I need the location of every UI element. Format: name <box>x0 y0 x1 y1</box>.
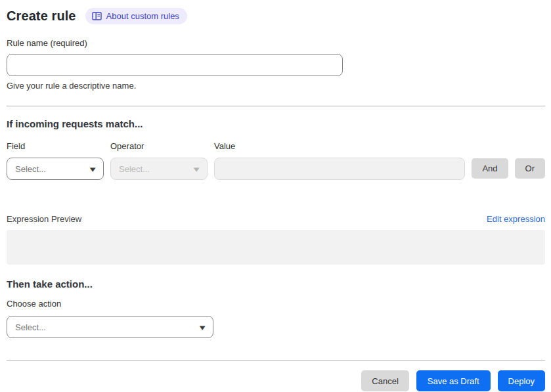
book-icon <box>92 12 102 20</box>
expression-preview-box <box>7 230 545 265</box>
operator-label: Operator <box>110 141 208 151</box>
match-section: If incoming requests match... Field Sele… <box>7 118 545 265</box>
value-label: Value <box>214 141 465 151</box>
rule-name-label: Rule name (required) <box>7 38 87 48</box>
deploy-button[interactable]: Deploy <box>498 370 545 391</box>
choose-action-select-value: Select... <box>15 322 46 332</box>
operator-select-value: Select... <box>119 164 150 174</box>
footer-actions: Cancel Save as Draft Deploy <box>7 370 545 391</box>
value-input[interactable] <box>214 158 465 180</box>
field-column: Field Select... ▾ <box>7 141 104 180</box>
page-title: Create rule <box>7 9 76 24</box>
action-section: Then take action... Choose action Select… <box>7 278 545 338</box>
choose-action-select[interactable]: Select... ▾ <box>7 316 213 338</box>
operator-column: Operator Select... ▾ <box>110 141 208 180</box>
match-section-heading: If incoming requests match... <box>7 118 545 129</box>
value-column: Value <box>214 141 465 180</box>
expression-preview-label: Expression Preview <box>7 214 81 224</box>
chevron-down-icon: ▾ <box>194 165 200 173</box>
and-button[interactable]: And <box>472 158 508 179</box>
rule-name-helper: Give your rule a descriptive name. <box>7 81 545 91</box>
choose-action-label: Choose action <box>7 299 545 309</box>
rule-name-input[interactable] <box>7 54 343 76</box>
footer-divider <box>7 360 545 360</box>
create-rule-page: Create rule About custom rules Rule name… <box>0 0 551 391</box>
cancel-button[interactable]: Cancel <box>361 370 408 391</box>
chevron-down-icon: ▾ <box>200 323 206 332</box>
condition-row: Field Select... ▾ Operator Select... ▾ V… <box>7 141 545 180</box>
save-as-draft-button[interactable]: Save as Draft <box>416 370 491 391</box>
about-badge-label: About custom rules <box>106 11 179 21</box>
rule-name-section: Rule name (required) Give your rule a de… <box>7 37 545 91</box>
or-button[interactable]: Or <box>515 158 545 179</box>
expression-header: Expression Preview Edit expression <box>7 214 545 224</box>
field-label: Field <box>7 141 104 151</box>
operator-select[interactable]: Select... ▾ <box>110 158 208 180</box>
field-select-value: Select... <box>15 164 46 174</box>
section-divider <box>7 106 545 106</box>
about-custom-rules-badge[interactable]: About custom rules <box>85 8 187 24</box>
field-select[interactable]: Select... ▾ <box>7 158 104 180</box>
edit-expression-link[interactable]: Edit expression <box>487 214 545 224</box>
page-header: Create rule About custom rules <box>7 8 545 24</box>
action-section-heading: Then take action... <box>7 278 545 290</box>
chevron-down-icon: ▾ <box>90 165 96 173</box>
